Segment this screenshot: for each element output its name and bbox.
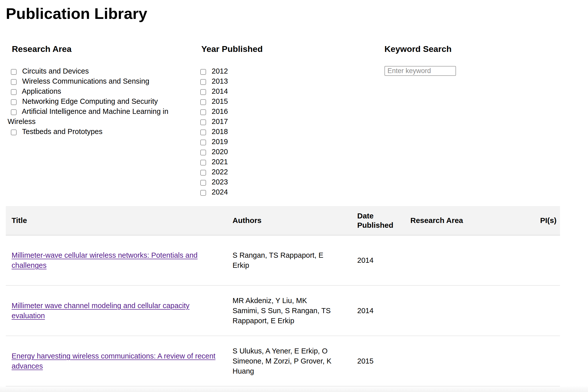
- year-option: 2024: [197, 187, 382, 197]
- checkbox-label: 2016: [212, 107, 228, 115]
- filter-panel: Research Area Circuits and Devices Wirel…: [8, 44, 588, 197]
- checkbox-2021[interactable]: [200, 160, 206, 166]
- research-area-option: Circuits and Devices: [8, 66, 197, 76]
- checkbox-networking-edge-computing-and-security[interactable]: [11, 99, 17, 105]
- year-option: 2023: [197, 177, 382, 187]
- publication-research-area-cell: [405, 235, 503, 285]
- checkbox-2016[interactable]: [200, 109, 206, 115]
- publication-link[interactable]: Millimeter wave channel modeling and cel…: [12, 302, 189, 320]
- filter-research-area: Research Area Circuits and Devices Wirel…: [8, 44, 197, 197]
- checkbox-label: 2023: [212, 178, 228, 186]
- checkbox-label: Artificial Intelligence and Machine Lear…: [8, 107, 168, 125]
- checkbox-2020[interactable]: [200, 150, 206, 155]
- filter-keyword-search: Keyword Search: [382, 44, 588, 197]
- checkbox-label: 2018: [212, 127, 228, 136]
- checkbox-label: Circuits and Devices: [22, 67, 89, 75]
- checkbox-2012[interactable]: [200, 69, 206, 75]
- next-row-top-edge: [0, 386, 588, 392]
- checkbox-label: 2013: [212, 77, 228, 85]
- research-area-heading: Research Area: [12, 44, 197, 54]
- checkbox-label: Networking Edge Computing and Security: [22, 97, 158, 105]
- checkbox-circuits-and-devices[interactable]: [11, 69, 17, 75]
- page-title: Publication Library: [6, 5, 588, 22]
- research-area-option: Wireless Communications and Sensing: [8, 76, 197, 86]
- publication-pis-cell: [503, 336, 560, 386]
- checkbox-2018[interactable]: [200, 129, 206, 135]
- table-header-row: Title Authors Date Published Research Ar…: [6, 206, 560, 235]
- checkbox-label: 2021: [212, 158, 228, 166]
- publication-title-cell: Millimeter wave channel modeling and cel…: [6, 285, 227, 336]
- research-area-option: Networking Edge Computing and Security: [8, 96, 197, 106]
- publications-table: Title Authors Date Published Research Ar…: [6, 206, 560, 386]
- checkbox-label: Applications: [22, 87, 61, 95]
- publication-date-cell: 2014: [351, 235, 405, 285]
- year-option: 2015: [197, 96, 382, 106]
- year-option: 2021: [197, 157, 382, 167]
- year-option: 2020: [197, 147, 382, 157]
- checkbox-ai-and-machine-learning-in-wireless[interactable]: [11, 109, 17, 115]
- checkbox-2015[interactable]: [200, 99, 206, 105]
- publication-authors-cell: MR Akdeniz, Y Liu, MK Samimi, S Sun, S R…: [227, 285, 351, 336]
- column-header-date-published: Date Published: [351, 206, 405, 235]
- checkbox-2022[interactable]: [200, 170, 206, 176]
- column-header-research-area: Research Area: [405, 206, 503, 235]
- table-row: Millimeter wave channel modeling and cel…: [6, 285, 560, 336]
- checkbox-label: 2019: [212, 138, 228, 146]
- year-checkbox-list: 2012 2013 2014 2015 2016 2017: [197, 66, 382, 197]
- year-published-heading: Year Published: [201, 44, 382, 54]
- year-option: 2014: [197, 86, 382, 96]
- checkbox-label: 2015: [212, 97, 228, 105]
- table-row: Millimeter-wave cellular wireless networ…: [6, 235, 560, 285]
- checkbox-testbeds-and-prototypes[interactable]: [11, 129, 17, 135]
- checkbox-2013[interactable]: [200, 79, 206, 85]
- publication-link[interactable]: Energy harvesting wireless communication…: [12, 352, 215, 370]
- year-option: 2019: [197, 137, 382, 147]
- research-area-option: Testbeds and Prototypes: [8, 126, 197, 137]
- column-header-authors: Authors: [227, 206, 351, 235]
- year-option: 2013: [197, 76, 382, 86]
- research-area-checkbox-list: Circuits and Devices Wireless Communicat…: [8, 66, 197, 137]
- publication-authors-cell: S Ulukus, A Yener, E Erkip, O Simeone, M…: [227, 336, 351, 386]
- publication-date-cell: 2015: [351, 336, 405, 386]
- publication-research-area-cell: [405, 336, 503, 386]
- publication-authors-cell: S Rangan, TS Rappaport, E Erkip: [227, 235, 351, 285]
- publication-pis-cell: [503, 285, 560, 336]
- checkbox-wireless-communications-and-sensing[interactable]: [11, 79, 17, 85]
- checkbox-label: Testbeds and Prototypes: [22, 127, 103, 136]
- year-option: 2016: [197, 106, 382, 116]
- checkbox-label: Wireless Communications and Sensing: [22, 77, 149, 85]
- checkbox-label: 2020: [212, 148, 228, 156]
- year-option: 2012: [197, 66, 382, 76]
- filter-year-published: Year Published 2012 2013 2014 2015 2016: [197, 44, 382, 197]
- research-area-option: Artificial Intelligence and Machine Lear…: [8, 106, 197, 126]
- publication-link[interactable]: Millimeter-wave cellular wireless networ…: [12, 251, 198, 269]
- year-option: 2018: [197, 126, 382, 137]
- publication-pis-cell: [503, 235, 560, 285]
- publication-research-area-cell: [405, 285, 503, 336]
- table-row: Energy harvesting wireless communication…: [6, 336, 560, 386]
- research-area-option: Applications: [8, 86, 197, 96]
- checkbox-2017[interactable]: [200, 119, 206, 125]
- checkbox-label: 2022: [212, 168, 228, 176]
- checkbox-2023[interactable]: [200, 180, 206, 186]
- checkbox-label: 2014: [212, 87, 228, 95]
- column-header-title: Title: [6, 206, 227, 235]
- checkbox-applications[interactable]: [11, 89, 17, 95]
- checkbox-2019[interactable]: [200, 140, 206, 145]
- table-header: Title Authors Date Published Research Ar…: [6, 206, 560, 235]
- publication-date-cell: 2014: [351, 285, 405, 336]
- keyword-search-heading: Keyword Search: [384, 44, 588, 54]
- checkbox-2014[interactable]: [200, 89, 206, 95]
- checkbox-label: 2024: [212, 188, 228, 196]
- publication-title-cell: Energy harvesting wireless communication…: [6, 336, 227, 386]
- keyword-search-input[interactable]: [384, 66, 456, 76]
- checkbox-label: 2017: [212, 117, 228, 125]
- column-header-pis: PI(s): [503, 206, 560, 235]
- publication-title-cell: Millimeter-wave cellular wireless networ…: [6, 235, 227, 285]
- checkbox-label: 2012: [212, 67, 228, 75]
- year-option: 2017: [197, 116, 382, 126]
- checkbox-2024[interactable]: [200, 190, 206, 196]
- year-option: 2022: [197, 167, 382, 177]
